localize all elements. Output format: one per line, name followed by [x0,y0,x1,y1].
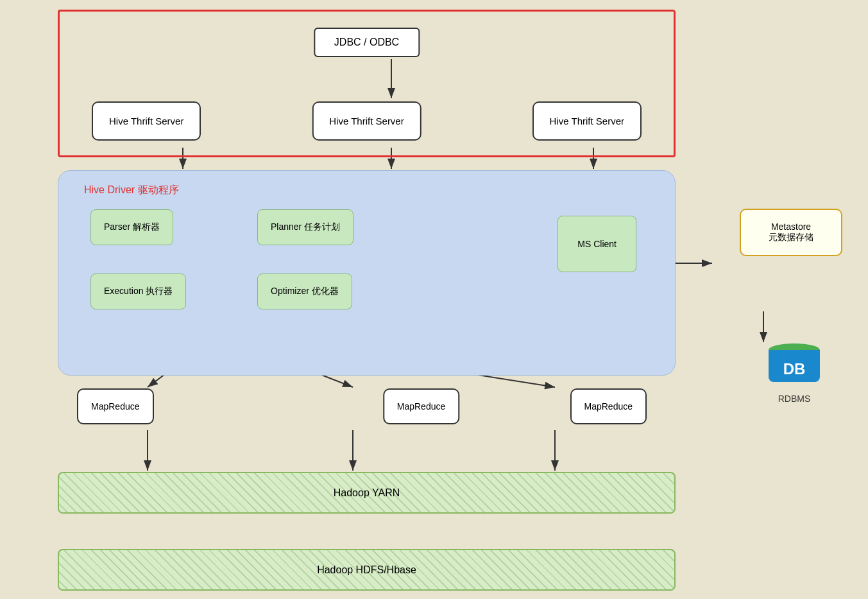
yarn-section: Hadoop YARN [58,472,676,514]
driver-section: Hive Driver 驱动程序 Parser 解析器 Planner 任务计划… [58,170,676,376]
mapreduce-box-3: MapReduce [570,388,647,424]
execution-box: Execution 执行器 [90,273,186,309]
optimizer-box: Optimizer 优化器 [257,273,352,309]
db-cylinder: DB [769,343,820,388]
yarn-label: Hadoop YARN [334,487,400,499]
hdfs-label: Hadoop HDFS/Hbase [317,564,416,576]
rdbms-section: DB RDBMS [765,343,823,404]
thrift-server-2: Hive Thrift Server [312,101,421,141]
mapreduce-box-2: MapReduce [383,388,460,424]
mapreduce-box-1: MapReduce [77,388,154,424]
metastore-box: Metastore元数据存储 [740,209,842,256]
jdbc-box: JDBC / ODBC [314,28,420,57]
db-letter: DB [783,360,806,378]
rdbms-label: RDBMS [765,394,823,404]
top-section: JDBC / ODBC Hive Thrift Server Hive Thri… [58,10,676,157]
jdbc-label: JDBC / ODBC [334,37,399,48]
thrift-server-3: Hive Thrift Server [532,101,642,141]
db-body: DB [769,350,820,382]
planner-box: Planner 任务计划 [257,209,353,245]
metastore-label: Metastore元数据存储 [769,221,813,242]
driver-label: Hive Driver 驱动程序 [84,184,179,197]
thrift-server-1: Hive Thrift Server [92,101,201,141]
hdfs-section: Hadoop HDFS/Hbase [58,549,676,591]
ms-client-box: MS Client [557,216,636,272]
diagram-container: JDBC / ODBC Hive Thrift Server Hive Thri… [19,10,849,589]
parser-box: Parser 解析器 [90,209,173,245]
